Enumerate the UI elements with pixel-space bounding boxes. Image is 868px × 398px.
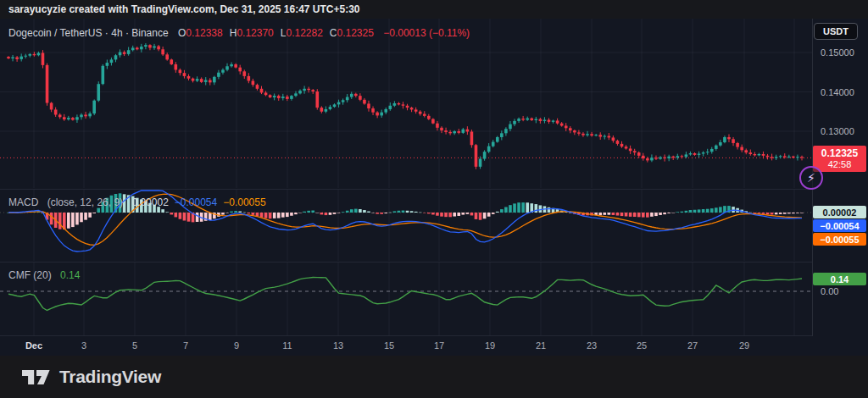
time-tick[interactable]: Dec [25, 340, 42, 351]
change-value: −0.00013 (−0.11%) [383, 27, 470, 39]
macd-value-badge: 0.00002 [813, 206, 866, 218]
cmf-header[interactable]: CMF (20) 0.14 [8, 269, 80, 281]
time-tick[interactable]: 15 [384, 340, 394, 351]
cmf-pane[interactable] [0, 263, 812, 335]
macd-value-badge: −0.00054 [813, 219, 866, 232]
time-tick[interactable]: 27 [687, 340, 698, 351]
price-scale-label: 0.14000 [821, 87, 868, 97]
ohlc-value: 0.12338 [186, 27, 222, 39]
time-tick[interactable]: 23 [587, 340, 597, 351]
last-price-badge: 0.12325 42:58 [813, 146, 866, 172]
time-tick[interactable]: 3 [81, 340, 86, 351]
ohlc-value: 0.12370 [236, 27, 273, 39]
price-scale-label: 0.13000 [821, 126, 868, 136]
time-tick[interactable]: 17 [434, 340, 444, 351]
interval-label[interactable]: 4h [111, 27, 122, 39]
price-pane[interactable] [0, 19, 812, 188]
time-tick[interactable]: 9 [234, 340, 239, 351]
macd-value-badge: −0.00055 [813, 233, 866, 246]
macd-indicator-value: −0.00054 [175, 196, 217, 208]
ohlc-value: 0.12325 [337, 27, 374, 39]
time-tick[interactable]: 21 [536, 340, 546, 351]
ohlc-value: 0.12282 [286, 27, 322, 39]
time-tick[interactable]: 5 [132, 340, 137, 351]
ohlc-values: O0.12338H0.12370L0.12282C0.12325 [171, 27, 374, 39]
cmf-title[interactable]: CMF (20) [8, 269, 52, 281]
ohlc-item: O0.12338 [178, 27, 223, 39]
attribution-bar: sarayucyzie created with TradingView.com… [0, 0, 868, 19]
exchange-label[interactable]: Binance [131, 27, 168, 39]
footer-bar: TradingView [0, 356, 868, 398]
tradingview-screenshot: sarayucyzie created with TradingView.com… [0, 0, 868, 398]
cmf-zero-label: 0.00 [821, 286, 838, 296]
ohlc-item: L0.12282 [281, 27, 323, 39]
currency-badge[interactable]: USDT [814, 23, 858, 40]
time-tick[interactable]: 29 [739, 340, 749, 351]
time-axis[interactable]: Dec357911131517192123252729 [0, 336, 812, 356]
macd-indicator-value: −0.00055 [223, 196, 265, 208]
time-tick[interactable]: 11 [282, 340, 292, 351]
attribution-text: sarayucyzie created with TradingView.com… [8, 3, 360, 15]
macd-title[interactable]: MACD [8, 196, 38, 208]
cmf-value: 0.14 [60, 269, 80, 281]
time-tick[interactable]: 13 [333, 340, 343, 351]
chart-area[interactable]: Dogecoin / TetherUS · 4h · Binance O0.12… [0, 19, 868, 356]
macd-indicator-value: 0.00002 [131, 196, 168, 208]
lightning-icon: ⚡ [807, 171, 815, 185]
bar-countdown: 42:58 [813, 159, 866, 169]
tradingview-wordmark[interactable]: TradingView [59, 367, 161, 387]
time-tick[interactable]: 25 [637, 340, 647, 351]
macd-header[interactable]: MACD (close, 12, 26, 9) 0.00002−0.00054−… [8, 196, 266, 208]
ohlc-item: C0.12325 [330, 27, 374, 39]
price-scale-label: 0.15000 [821, 47, 868, 58]
ohlc-label: C [330, 27, 337, 39]
tradingview-logo-icon[interactable] [22, 366, 51, 389]
flash-icon[interactable]: ⚡ [799, 166, 823, 190]
symbol-header[interactable]: Dogecoin / TetherUS · 4h · Binance O0.12… [8, 27, 470, 39]
time-tick[interactable]: 19 [485, 340, 495, 351]
ohlc-item: H0.12370 [230, 27, 274, 39]
cmf-badge: 0.14 [813, 273, 866, 285]
ohlc-label: O [178, 27, 186, 39]
symbol-name[interactable]: Dogecoin / TetherUS [8, 27, 103, 39]
macd-params: (close, 12, 26, 9) [47, 196, 123, 208]
time-tick[interactable]: 7 [183, 340, 188, 351]
last-price: 0.12325 [813, 147, 866, 159]
